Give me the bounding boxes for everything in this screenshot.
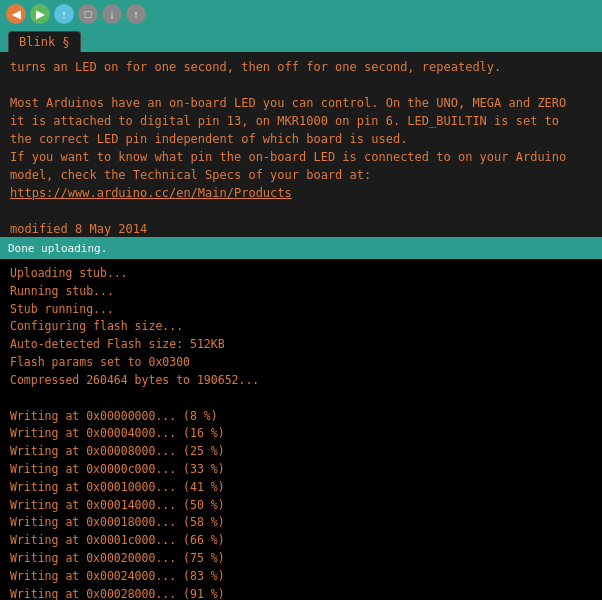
back-button[interactable]: ◀: [6, 4, 26, 24]
new-button[interactable]: □: [78, 4, 98, 24]
console-line: Writing at 0x00008000... (25 %): [10, 443, 592, 461]
console-line: Flash params set to 0x0300: [10, 354, 592, 372]
editor-line: [10, 76, 592, 94]
console-line: Writing at 0x00014000... (50 %): [10, 497, 592, 515]
editor-line: modified 8 May 2014: [10, 220, 592, 237]
editor-line: the correct LED pin independent of which…: [10, 130, 592, 148]
toolbar: ◀ ▶ ↑ □ ↓ ↑: [0, 0, 602, 28]
forward-button[interactable]: ▶: [30, 4, 50, 24]
console-line: Uploading stub...: [10, 265, 592, 283]
console-line: Auto-detected Flash size: 512KB: [10, 336, 592, 354]
console-line: Writing at 0x00010000... (41 %): [10, 479, 592, 497]
console-line: Writing at 0x00004000... (16 %): [10, 425, 592, 443]
console-line: Writing at 0x0000c000... (33 %): [10, 461, 592, 479]
upload-icon-button[interactable]: ↑: [54, 4, 74, 24]
editor-line: it is attached to digital pin 13, on MKR…: [10, 112, 592, 130]
open-button[interactable]: ↓: [102, 4, 122, 24]
blink-tab[interactable]: Blink §: [8, 31, 81, 52]
arduino-link[interactable]: https://www.arduino.cc/en/Main/Products: [10, 186, 292, 200]
tab-bar: Blink §: [0, 28, 602, 52]
editor-line: turns an LED on for one second, then off…: [10, 58, 592, 76]
console-line: Running stub...: [10, 283, 592, 301]
console-line: Compressed 260464 bytes to 190652...: [10, 372, 592, 390]
editor-link-line: https://www.arduino.cc/en/Main/Products: [10, 184, 592, 202]
editor-area: turns an LED on for one second, then off…: [0, 52, 602, 237]
save-button[interactable]: ↑: [126, 4, 146, 24]
console-line: Writing at 0x00000000... (8 %): [10, 408, 592, 426]
console-line: Writing at 0x00018000... (58 %): [10, 514, 592, 532]
editor-line: If you want to know what pin the on-boar…: [10, 148, 592, 166]
console-line: Writing at 0x0001c000... (66 %): [10, 532, 592, 550]
editor-line: [10, 202, 592, 220]
console-area: Uploading stub...Running stub...Stub run…: [0, 259, 602, 600]
console-line: Configuring flash size...: [10, 318, 592, 336]
editor-line: Most Arduinos have an on-board LED you c…: [10, 94, 592, 112]
status-text: Done uploading.: [8, 242, 107, 255]
console-line: [10, 390, 592, 408]
editor-line: model, check the Technical Specs of your…: [10, 166, 592, 184]
console-line: Writing at 0x00028000... (91 %): [10, 586, 592, 600]
status-bar: Done uploading.: [0, 237, 602, 259]
console-line: Stub running...: [10, 301, 592, 319]
console-line: Writing at 0x00024000... (83 %): [10, 568, 592, 586]
console-line: Writing at 0x00020000... (75 %): [10, 550, 592, 568]
